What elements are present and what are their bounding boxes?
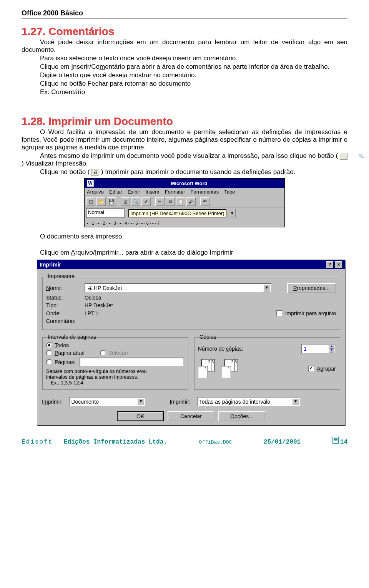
menu-editar[interactable]: Editar xyxy=(109,189,122,195)
name-label: Nome: xyxy=(46,285,81,291)
copies-spinner[interactable]: 1 ▲▼ xyxy=(301,344,336,354)
collate-preview-icon: 3 2 1 xyxy=(221,359,240,378)
radio-icon xyxy=(46,359,52,365)
page-icon xyxy=(332,437,339,444)
footer-page-number: 14 xyxy=(340,439,347,446)
word-menubar[interactable]: Arquivo Editar Exibir Inserir Formatar F… xyxy=(85,188,284,196)
page-footer: Edisoft – Edições Informatizadas Ltda. O… xyxy=(22,435,347,446)
printer-icon: 🖨 xyxy=(87,285,92,291)
pages-input[interactable] xyxy=(80,358,184,367)
radio-current-page[interactable]: Página atual xyxy=(46,350,85,356)
spinner-down-icon[interactable]: ▼ xyxy=(329,349,334,353)
para-128-1: O Word facilita a impressão de um docume… xyxy=(22,128,347,151)
menu-formatar[interactable]: Formatar xyxy=(165,189,185,195)
para-128-4: O documento será impresso. xyxy=(40,233,347,240)
print-what-combo[interactable]: Documento ▼ xyxy=(69,397,146,407)
chevron-down-icon[interactable]: ▼ xyxy=(292,398,299,405)
open-icon[interactable]: 📂 xyxy=(96,197,106,206)
dialog-title-text: Imprimir xyxy=(40,262,61,268)
printer-group: Impressora Nome: 🖨 HP DeskJet ▼ Propried… xyxy=(42,273,340,330)
print-range-combo[interactable]: Todas as páginas do intervalo ▼ xyxy=(197,397,301,407)
save-icon[interactable]: 💾 xyxy=(107,197,116,206)
para-128-3: Clique no botão ( 🖨 ) Imprimir para impr… xyxy=(40,168,347,176)
menu-tabela[interactable]: Tabe xyxy=(224,189,235,195)
chevron-down-icon[interactable]: ▼ xyxy=(263,285,270,292)
word-toolbar-formatting: Normal Imprimir (HP DeskJet 690C Series … xyxy=(85,207,284,219)
combo-dropdown-icon[interactable]: ▾ xyxy=(229,209,236,217)
text-u: m xyxy=(100,63,105,70)
print-range-label: Imprimir: xyxy=(170,399,190,405)
word-toolbar-standard: ▢ 📂 💾 🖨 🔍 ✔ ✂ ⧉ 📋 🖌 ↶ xyxy=(85,196,284,207)
text: Antes mesmo de imprimir um documento voc… xyxy=(40,152,338,159)
para-127-4: Digite o texto que você deseja mostrar n… xyxy=(40,71,347,79)
footer-company: Edições Informatizadas Ltda. xyxy=(64,439,167,446)
collate-checkbox[interactable]: ✔ Agrupar xyxy=(308,366,336,372)
radio-icon xyxy=(46,350,52,356)
print-dialog: Imprimir ? × Impressora Nome: 🖨 HP DeskJ… xyxy=(37,260,345,426)
ok-button[interactable]: OK xyxy=(117,411,164,421)
cancel-button[interactable]: Cancelar xyxy=(168,411,214,421)
print-preview-icon[interactable]: 🔍 xyxy=(131,197,140,206)
printer-name-combo[interactable]: 🖨 HP DeskJet ▼ xyxy=(85,283,272,293)
para-128-5: Clique em Arquivo/Imprimir... para abrir… xyxy=(40,249,347,257)
menu-exibir[interactable]: Exibir xyxy=(128,189,140,195)
new-doc-icon[interactable]: ▢ xyxy=(86,197,95,206)
section-128-heading: 1.28. Imprimir um Documento xyxy=(22,115,347,128)
print-preview-icon: 🔍 xyxy=(340,153,347,160)
document-header: Office 2000 Básico xyxy=(22,9,347,18)
cut-icon[interactable]: ✂ xyxy=(155,197,165,206)
text: Clique em xyxy=(40,249,71,256)
collate-preview-icon: 3 2 1 xyxy=(198,359,217,378)
where-label: Onde: xyxy=(46,310,81,316)
chevron-down-icon[interactable]: ▼ xyxy=(137,398,144,405)
print-icon[interactable]: 🖨 xyxy=(121,197,130,206)
para-127-3: Clique em Inserir/Comentário para abrir … xyxy=(22,63,347,71)
type-value: HP DeskJet xyxy=(85,302,113,308)
para-127-2: Para isso selecione o texto onde você de… xyxy=(40,55,347,62)
footer-brand: Edisoft xyxy=(22,439,53,446)
copy-icon[interactable]: ⧉ xyxy=(166,197,175,206)
footer-dash: – xyxy=(53,439,64,446)
text: nserir/Co xyxy=(73,63,100,70)
page-range-legend: Intervalo de páginas xyxy=(46,334,98,340)
printer-group-legend: Impressora xyxy=(46,273,76,279)
para-127-6: Ex: Comentário xyxy=(40,88,347,96)
para-127-5: Clique no botão Fechar para retornar ao … xyxy=(40,80,347,88)
radio-selection-label: Seleção xyxy=(108,350,128,356)
options-button[interactable]: Opções... xyxy=(218,411,265,421)
status-label: Status: xyxy=(46,295,81,301)
menu-ferramentas[interactable]: Ferramentas xyxy=(190,189,219,195)
comment-label: Comentário: xyxy=(46,318,81,324)
print-to-file-checkbox[interactable]: Imprimir para arquivo xyxy=(276,310,336,316)
copies-value: 1 xyxy=(304,346,307,352)
properties-button[interactable]: Propriedades... xyxy=(287,283,336,293)
paste-icon[interactable]: 📋 xyxy=(176,197,185,206)
radio-pages[interactable]: Páginas: xyxy=(46,359,76,365)
menu-arquivo[interactable]: Arquivo xyxy=(87,189,104,195)
menu-inserir[interactable]: Inserir xyxy=(146,189,160,195)
checkbox-icon xyxy=(276,310,283,316)
word-app-icon: W xyxy=(87,180,94,187)
format-painter-icon[interactable]: 🖌 xyxy=(186,197,196,206)
style-combo[interactable]: Normal xyxy=(86,209,125,218)
spellcheck-icon[interactable]: ✔ xyxy=(141,197,151,206)
where-value: LPT1: xyxy=(85,310,99,316)
help-button[interactable]: ? xyxy=(326,261,334,268)
section-127-heading: 1.27. Comentários xyxy=(22,25,347,38)
print-what-value: Documento xyxy=(71,399,99,405)
radio-icon xyxy=(46,342,52,348)
text: mprimir... para abrir a caixa de diálogo… xyxy=(96,249,233,256)
type-label: Tipo: xyxy=(46,302,81,308)
close-button[interactable]: × xyxy=(335,261,342,268)
page-range-group: Intervalo de páginas Todos Página atual … xyxy=(42,334,188,390)
radio-all[interactable]: Todos xyxy=(46,342,184,348)
printer-name-value: HP DeskJet xyxy=(94,285,122,291)
text: rquivo/ xyxy=(75,249,95,256)
text: Clique no botão ( xyxy=(40,168,90,176)
undo-icon[interactable]: ↶ xyxy=(200,197,209,206)
copies-legend: Cópias xyxy=(198,334,218,340)
copies-group: Cópias Número de cópias: 1 ▲▼ 3 2 1 xyxy=(194,334,340,390)
print-range-value: Todas as páginas do intervalo xyxy=(199,399,270,405)
text: ) Visualizar Impressão. xyxy=(22,160,88,167)
print-what-label: Imprimir: xyxy=(42,399,63,405)
